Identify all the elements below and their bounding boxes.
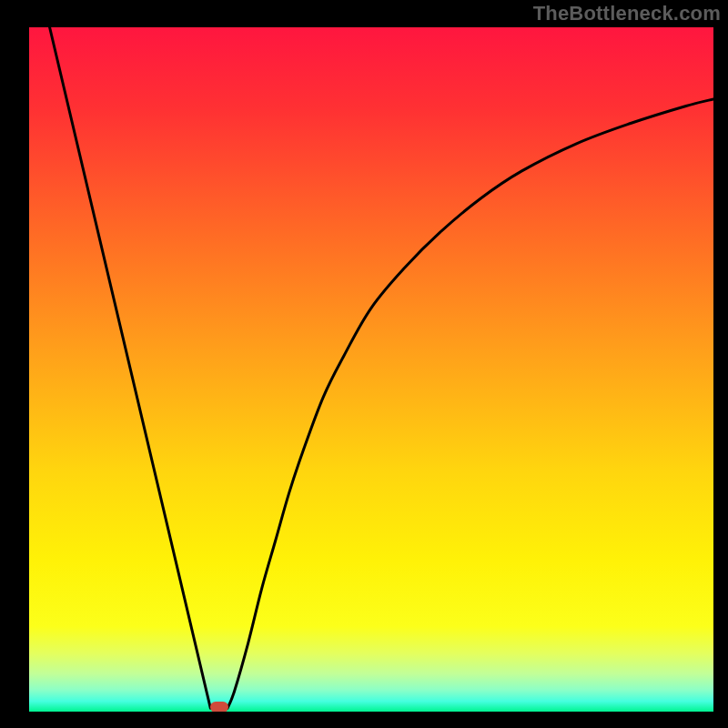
optimal-point-marker (210, 702, 228, 712)
watermark-text: TheBottleneck.com (533, 2, 721, 25)
chart-root: TheBottleneck.com (0, 0, 728, 728)
series-right-curve (228, 99, 713, 708)
plot-area (29, 27, 713, 712)
series-left-line (50, 27, 211, 708)
bottleneck-curve (29, 27, 713, 712)
